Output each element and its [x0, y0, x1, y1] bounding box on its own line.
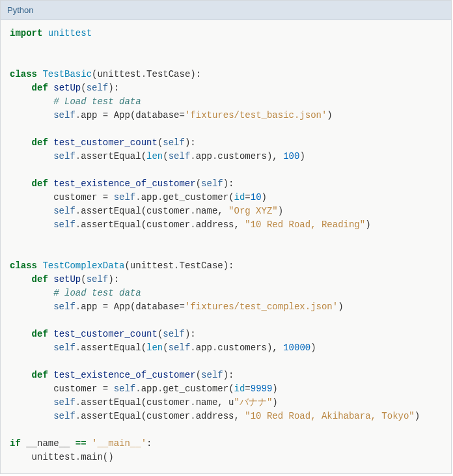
comment: # Load test data: [53, 96, 141, 107]
class-complex: TestComplexData: [42, 260, 124, 271]
num-9999: 9999: [251, 384, 273, 394]
kw-import: import: [10, 28, 42, 38]
fn-test-count: test_customer_count: [53, 137, 158, 148]
str-addr-tokyo: "10 Red Road, Akihabara, Tokyo": [245, 411, 414, 421]
num-100: 100: [283, 151, 299, 161]
str-banana: "バナナ": [234, 397, 273, 408]
str-addr-reading: "10 Red Road, Reading": [245, 219, 365, 230]
code-block: Python import unittest class TestBasic(u…: [0, 0, 452, 474]
code-body: import unittest class TestBasic(unittest…: [1, 20, 451, 473]
comment: # load test data: [53, 288, 141, 298]
str-fixture-basic: 'fixtures/test_basic.json': [185, 110, 327, 120]
class-name: TestBasic: [42, 69, 92, 79]
code-header: Python: [1, 1, 451, 20]
fn-setup: setUp: [53, 83, 81, 93]
str-fixture-complex: 'fixtures/test_complex.json': [185, 301, 338, 312]
kw-if: if: [10, 438, 21, 449]
mod-unittest: unittest: [48, 28, 92, 38]
fn-test-exist: test_existence_of_customer: [53, 178, 195, 189]
str-main: '__main__': [92, 438, 146, 449]
language-label: Python: [7, 5, 33, 15]
kw-class: class: [10, 69, 37, 79]
kw-def: def: [32, 83, 48, 93]
num-10000: 10000: [283, 343, 310, 353]
str-org: "Org XYZ": [228, 206, 278, 216]
num-10: 10: [251, 192, 262, 203]
